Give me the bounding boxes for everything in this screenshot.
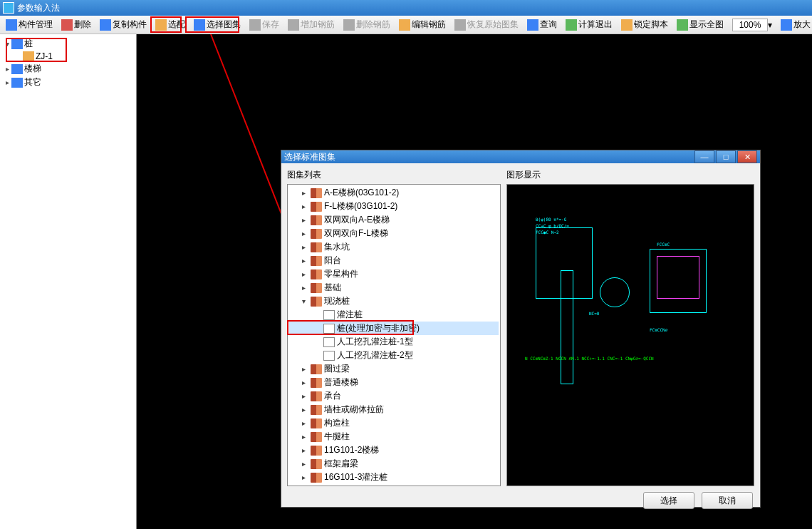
- book-icon: [311, 473, 322, 483]
- titlebar: 参数输入法: [0, 0, 812, 16]
- atlas-item[interactable]: ▸A-E楼梯(03G101-2): [289, 186, 499, 200]
- ok-button[interactable]: 选择: [643, 492, 694, 509]
- atlas-item-label: 普通楼梯: [324, 376, 358, 389]
- select-atlas[interactable]: 选择图集: [189, 17, 245, 33]
- book-icon: [311, 242, 322, 252]
- atlas-item-label: 桩(处理加密与非加密): [337, 322, 420, 334]
- preview-canvas[interactable]: B(φ)80 π*=-G CC+C φ b/QC/= FCC●C N→2 FCC…: [506, 184, 754, 486]
- atlas-item[interactable]: 人工挖孔灌注桩-2型: [289, 349, 499, 362]
- query[interactable]: 查询: [523, 17, 561, 33]
- atlas-item[interactable]: ▸牛腿柱: [289, 430, 499, 443]
- select-atlas-label: 选择图集: [207, 19, 241, 31]
- book-icon: [311, 405, 322, 415]
- tree-node[interactable]: ▸楼梯: [3, 62, 133, 76]
- dialog-footer: 选择 取消: [281, 492, 760, 509]
- save-icon: [249, 19, 261, 31]
- add-rebar-label: 增加钢筋: [301, 19, 335, 31]
- atlas-item[interactable]: ▾现浇桩: [289, 294, 499, 308]
- add-rebar[interactable]: 增加钢筋: [283, 17, 339, 33]
- minimize-button[interactable]: —: [694, 150, 714, 163]
- lock-script[interactable]: 锁定脚本: [617, 17, 672, 33]
- tree-icon: [11, 64, 23, 74]
- add-rebar-icon: [288, 19, 299, 31]
- book-icon: [311, 418, 322, 428]
- book-icon: [311, 229, 322, 239]
- delete-icon: [61, 19, 73, 31]
- calc-exit-icon: [566, 19, 577, 31]
- tree-node[interactable]: ▸其它: [3, 76, 133, 89]
- component-manage-label: 构件管理: [19, 19, 53, 31]
- atlas-item[interactable]: ▸双网双向F-L楼梯: [289, 227, 499, 240]
- restore-atlas-icon: [454, 19, 466, 31]
- select-match[interactable]: 选配: [151, 17, 189, 33]
- atlas-list-column: 图集列表 ▸A-E楼梯(03G101-2)▸F-L楼梯(03G101-2)▸双网…: [287, 169, 501, 486]
- atlas-item[interactable]: ▸F-L楼梯(03G101-2): [289, 200, 499, 213]
- tree-label: ZJ-1: [36, 51, 53, 61]
- tree-node[interactable]: ZJ-1: [3, 51, 133, 62]
- cancel-button[interactable]: 取消: [702, 492, 753, 509]
- page-icon: [323, 337, 335, 347]
- save[interactable]: 保存: [245, 17, 283, 33]
- lock-script-icon: [621, 19, 633, 31]
- edit-rebar[interactable]: 编辑钢筋: [395, 17, 450, 33]
- atlas-item[interactable]: ▸集水坑: [289, 240, 499, 254]
- dialog-titlebar[interactable]: 选择标准图集 — □ ✕: [281, 150, 760, 163]
- atlas-item[interactable]: ▸普通楼梯: [289, 376, 499, 389]
- atlas-item[interactable]: 灌注桩: [289, 308, 499, 322]
- book-icon: [311, 283, 322, 293]
- atlas-item[interactable]: ▸圈过梁: [289, 362, 499, 376]
- dialog-select-atlas: 选择标准图集 — □ ✕ 图集列表 ▸A-E楼梯(03G101-2)▸F-L楼梯…: [281, 150, 761, 508]
- book-icon: [311, 297, 322, 307]
- copy-component-icon: [100, 19, 111, 31]
- atlas-item[interactable]: 桩(处理加密与非加密): [289, 322, 499, 335]
- app-title: 参数输入法: [17, 2, 60, 14]
- maximize-button[interactable]: □: [716, 150, 736, 163]
- zoom-in[interactable]: 放大: [776, 17, 812, 33]
- delete[interactable]: 删除: [57, 17, 95, 33]
- preview-label: 图形显示: [506, 169, 754, 181]
- atlas-item[interactable]: ▸零星构件: [289, 267, 499, 281]
- atlas-item-label: 16G101-3灌注桩: [324, 471, 387, 483]
- calc-exit[interactable]: 计算退出: [561, 17, 617, 33]
- restore-atlas-label: 恢复原始图集: [467, 19, 519, 31]
- zoom-in-icon: [781, 19, 792, 31]
- copy-component-label: 复制构件: [113, 19, 147, 31]
- atlas-item-label: 承台: [324, 390, 341, 402]
- atlas-item[interactable]: ▸墙柱或砌体拉筋: [289, 403, 499, 416]
- atlas-item[interactable]: 人工挖孔灌注桩-1型: [289, 335, 499, 349]
- close-button[interactable]: ✕: [737, 150, 757, 163]
- copy-component[interactable]: 复制构件: [95, 17, 151, 33]
- atlas-item-label: 墙柱或砌体拉筋: [324, 404, 384, 416]
- atlas-item-label: F-L楼梯(03G101-2): [324, 200, 397, 212]
- dialog-body: 图集列表 ▸A-E楼梯(03G101-2)▸F-L楼梯(03G101-2)▸双网…: [281, 163, 760, 492]
- atlas-item[interactable]: ▸承台: [289, 389, 499, 403]
- zoom-in-label: 放大: [793, 19, 811, 31]
- atlas-item-label: 构造柱: [324, 417, 350, 429]
- component-manage[interactable]: 构件管理: [1, 17, 57, 33]
- preview-column: 图形显示 B(φ)80 π*=-G CC+C φ b/QC/= FCC●C N→…: [506, 169, 754, 486]
- delete-rebar-label: 删除钢筋: [356, 19, 390, 31]
- select-match-label: 选配: [168, 19, 185, 31]
- atlas-item[interactable]: ▸构造柱: [289, 416, 499, 430]
- tree-node[interactable]: ▾桩: [3, 37, 133, 51]
- tree-icon: [11, 78, 23, 88]
- show-all[interactable]: 显示全图: [672, 17, 728, 33]
- atlas-item-label: 集水坑: [324, 241, 350, 253]
- atlas-list[interactable]: ▸A-E楼梯(03G101-2)▸F-L楼梯(03G101-2)▸双网双向A-E…: [287, 184, 501, 486]
- zoom-level[interactable]: ▾: [728, 17, 776, 33]
- show-all-label: 显示全图: [689, 19, 724, 31]
- atlas-item[interactable]: ▸11G101-2楼梯: [289, 443, 499, 457]
- delete-rebar[interactable]: 删除钢筋: [339, 17, 395, 33]
- atlas-item[interactable]: ▸16G101-3灌注桩: [289, 471, 499, 484]
- query-label: 查询: [540, 19, 557, 31]
- book-icon: [311, 202, 322, 212]
- atlas-item-label: 现浇桩: [324, 295, 350, 307]
- atlas-item[interactable]: ▸基础: [289, 281, 499, 294]
- atlas-item[interactable]: ▸框架扁梁: [289, 457, 499, 471]
- atlas-item[interactable]: ▸阳台: [289, 254, 499, 267]
- book-icon: [311, 378, 322, 388]
- edit-rebar-label: 编辑钢筋: [412, 19, 446, 31]
- atlas-item[interactable]: ▸双网双向A-E楼梯: [289, 213, 499, 227]
- restore-atlas[interactable]: 恢复原始图集: [450, 17, 523, 33]
- tree-label: 其它: [24, 76, 41, 88]
